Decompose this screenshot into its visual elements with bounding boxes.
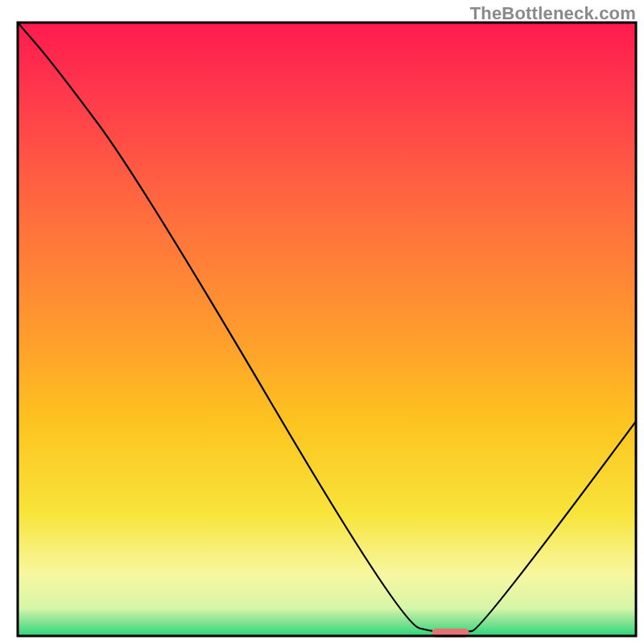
bottleneck-chart: [0, 0, 644, 644]
watermark-text: TheBottleneck.com: [470, 3, 636, 24]
chart-container: TheBottleneck.com: [0, 0, 644, 644]
